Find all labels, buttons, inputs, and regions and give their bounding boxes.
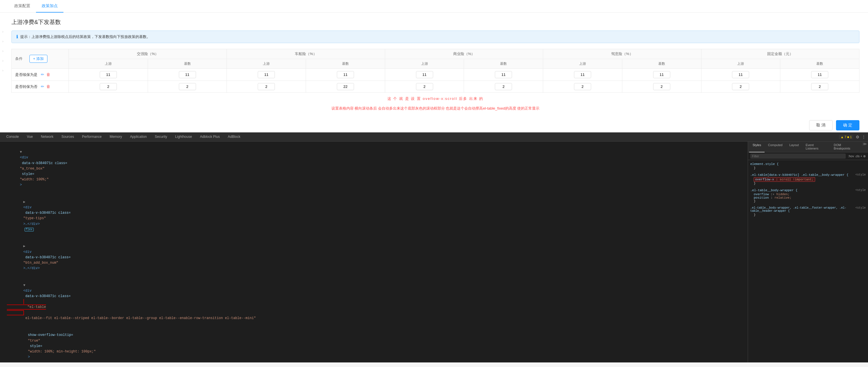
- edit-icon-2[interactable]: ✏: [41, 84, 44, 89]
- cell-r1-c4: [306, 69, 385, 81]
- cell-r2-c10: [780, 81, 860, 93]
- styles-content: element.style { } .el-table[data-v-b3840…: [748, 160, 868, 362]
- main-content: › › › › › 上游净费&下发基数 ℹ 提示：上游净费指上游除税点后的结算政…: [0, 12, 868, 132]
- sub-header-base-1: 基数: [148, 59, 227, 69]
- dom-line: ▶ <div data-v-b384071c class= "type-tips…: [2, 194, 745, 238]
- tab-bar: 政策配置 政策加点: [0, 0, 868, 12]
- sub-header-base-2: 基数: [306, 59, 385, 69]
- cell-r1-c8: [622, 69, 701, 81]
- sub-header-upstream-3: 上游: [385, 59, 464, 69]
- dom-line: ▼ <div data-v-b384071c class= "a_tree_bo…: [2, 144, 745, 194]
- sub-header-base-4: 基数: [622, 59, 701, 69]
- devtools-tab-adblock[interactable]: AdBlock: [224, 132, 244, 141]
- delete-icon-2[interactable]: 🗑: [46, 84, 50, 89]
- styles-tab-layout[interactable]: Layout: [786, 141, 802, 153]
- cell-r2-c4: [306, 81, 385, 93]
- sub-header-upstream-2: 上游: [227, 59, 306, 69]
- styles-filter-input[interactable]: [750, 154, 846, 159]
- devtools-tab-lighthouse[interactable]: Lighthouse: [171, 132, 196, 141]
- tab-policy-add[interactable]: 政策加点: [36, 0, 63, 12]
- cell-r1-c10: [780, 69, 860, 81]
- styles-panel: Styles Computed Layout Event Listeners D…: [748, 141, 868, 362]
- devtools-warning: ▲ 7 ■ 1: [839, 135, 854, 139]
- overflow-note: 这 个 就 是 设 置 oveflow-x:scroll 后多 出来 的: [11, 96, 860, 101]
- style-rule-body-wrapper: .el-table[data-v-b384071c] .el-table__bo…: [750, 173, 866, 185]
- col-driver-header: 驾意险（%）: [543, 49, 701, 59]
- style-rule-combined: .el-table__body-wrapper, .el-table__foot…: [750, 206, 866, 216]
- dom-line: ▼ <div data-v-b384071c class= "el-table …: [2, 277, 745, 327]
- style-rule-body-wrapper-2: .el-table__body-wrapper { <style overflo…: [750, 189, 866, 203]
- cell-r2-c5: [385, 81, 464, 93]
- devtools-tab-application[interactable]: Application: [126, 132, 151, 141]
- confirm-button[interactable]: 确 定: [836, 120, 860, 130]
- sub-header-upstream-5: 上游: [701, 59, 780, 69]
- main-note: 设置表格内容 横向滚动条后 会自动多出来这个底部灰色的滚动框部分 也就是这个会自…: [11, 104, 860, 115]
- col-traffic-header: 交强险（%）: [69, 49, 227, 59]
- condition-cell-2: 是否转保为否 ✏ 🗑: [12, 81, 69, 93]
- cell-r1-c3: [227, 69, 306, 81]
- cell-r1-c9: [701, 69, 780, 81]
- add-button[interactable]: + 添加: [29, 55, 48, 63]
- devtools-settings-icon[interactable]: ⚙: [856, 135, 860, 139]
- table-row: 是否转保为否 ✏ 🗑: [12, 81, 860, 93]
- style-source-1: <style: [856, 173, 866, 176]
- cell-r2-c8: [622, 81, 701, 93]
- delete-icon-1[interactable]: 🗑: [46, 72, 50, 77]
- devtools-tab-security[interactable]: Security: [151, 132, 171, 141]
- devtools-more-icon[interactable]: ⋮: [862, 135, 866, 139]
- styles-tab-computed[interactable]: Computed: [765, 141, 786, 153]
- cell-r2-c6: [464, 81, 543, 93]
- policy-table: 条件 + 添加 交强险（%） 车船险（%） 商业险（%） 驾意险（%） 固定金额…: [11, 49, 860, 93]
- cancel-button[interactable]: 取 消: [809, 120, 833, 130]
- cell-r2-c2: [148, 81, 227, 93]
- devtools-tab-adblock-plus[interactable]: Adblock Plus: [196, 132, 224, 141]
- cell-r1-c1: [69, 69, 148, 81]
- devtools-panel: Console Vue Network Sources Performance …: [0, 132, 868, 362]
- collapse-arrow-4[interactable]: ›: [2, 59, 3, 63]
- devtools-tab-sources[interactable]: Sources: [57, 132, 78, 141]
- cell-r2-c7: [543, 81, 622, 93]
- sub-header-upstream-4: 上游: [543, 59, 622, 69]
- style-source-2: <style: [856, 189, 866, 193]
- style-rule-element: element.style { }: [750, 162, 866, 170]
- styles-filter-bar: :hov .cls + ⊕: [748, 153, 868, 160]
- styles-tab-dom-breakpoints[interactable]: DOM Breakpoints: [830, 141, 861, 153]
- collapse-arrow-5[interactable]: ›: [2, 68, 3, 72]
- filter-actions: :hov .cls + ⊕: [848, 155, 866, 158]
- dom-line: ▶ <div data-v-b384071c class= "btn_add_b…: [2, 238, 745, 277]
- devtools-tab-vue[interactable]: Vue: [23, 132, 37, 141]
- tip-box: ℹ 提示：上游净费指上游除税点后的结算政策，下发基数指向下投放政策的基数。: [11, 31, 860, 43]
- tip-text: 提示：上游净费指上游除税点后的结算政策，下发基数指向下投放政策的基数。: [20, 34, 150, 39]
- cell-r1-c5: [385, 69, 464, 81]
- condition-cell-1: 是否续保为是 ✏ 🗑: [12, 69, 69, 81]
- col-fixed-header: 固定金额（元）: [701, 49, 860, 59]
- cell-r1-c2: [148, 69, 227, 81]
- devtools-tab-bar: Console Vue Network Sources Performance …: [0, 132, 868, 141]
- dom-line: show-overflow-tooltip= "true" style= "wi…: [2, 327, 745, 362]
- styles-tabs: Styles Computed Layout Event Listeners D…: [748, 141, 868, 153]
- table-row: 是否续保为是 ✏ 🗑: [12, 69, 860, 81]
- col-commercial-header: 商业险（%）: [385, 49, 543, 59]
- col-vehicle-header: 车船险（%）: [227, 49, 385, 59]
- devtools-tab-memory[interactable]: Memory: [106, 132, 126, 141]
- cell-r1-c6: [464, 69, 543, 81]
- section-title: 上游净费&下发基数: [11, 12, 860, 31]
- collapse-arrow-3[interactable]: ›: [2, 49, 3, 53]
- styles-tab-event-listeners[interactable]: Event Listeners: [802, 141, 830, 153]
- devtools-tab-network[interactable]: Network: [37, 132, 57, 141]
- collapse-arrow-1[interactable]: ›: [2, 30, 3, 34]
- styles-tab-styles[interactable]: Styles: [749, 141, 765, 153]
- cell-r2-c3: [227, 81, 306, 93]
- sub-header-base-3: 基数: [464, 59, 543, 69]
- styles-panel-expand[interactable]: ≫: [863, 141, 867, 152]
- condition-header: 条件 + 添加: [12, 49, 69, 69]
- edit-icon-1[interactable]: ✏: [41, 72, 44, 77]
- cell-r1-c7: [543, 69, 622, 81]
- collapse-arrow-2[interactable]: ›: [2, 39, 3, 43]
- devtools-tab-console[interactable]: Console: [2, 132, 23, 141]
- style-source-3: <style: [856, 206, 866, 213]
- dom-panel: ▼ <div data-v-b384071c class= "a_tree_bo…: [0, 141, 748, 362]
- info-icon: ℹ: [16, 34, 18, 39]
- devtools-tab-performance[interactable]: Performance: [78, 132, 106, 141]
- tab-policy-config[interactable]: 政策配置: [8, 0, 36, 12]
